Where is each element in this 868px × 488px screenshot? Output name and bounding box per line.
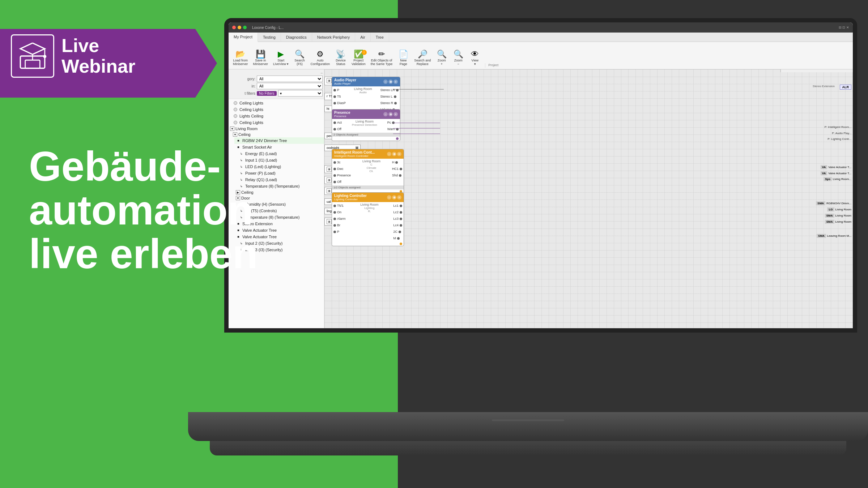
pin-row-2c: 2C <box>393 229 402 235</box>
irc-lock-icon[interactable]: ○ <box>387 152 391 156</box>
new-page-button[interactable]: 📄 NewPage <box>395 49 411 68</box>
presence-left-pins: Act Off <box>332 119 343 133</box>
lighting-expand-icon[interactable]: ≡ <box>397 195 401 200</box>
pin-row-alarm: Alarm <box>333 216 346 222</box>
presence-subtitle: Presence <box>334 115 350 118</box>
canvas-area[interactable]: ⊞ Presence M r T5 B <box>324 69 853 328</box>
sps-badge: Sps <box>824 177 832 181</box>
tab-diagnostics[interactable]: Diagnostics <box>281 33 312 42</box>
pin-row-pc: Pc <box>387 120 399 125</box>
presence-footer <box>332 137 400 141</box>
zoom-in-button[interactable]: 🔍 Zoom+ <box>434 49 450 68</box>
pin-label-3c: 3c <box>337 160 341 164</box>
tree-item-ceiling-lights-3[interactable]: Lights Ceiling <box>229 113 324 119</box>
tab-network-periphery[interactable]: Network Periphery <box>312 33 355 42</box>
block-expand-icon[interactable]: ≡ <box>393 80 398 84</box>
presence-expand-icon[interactable]: ≡ <box>393 112 398 116</box>
zoom-out-button[interactable]: 🔍 Zoom− <box>450 49 466 68</box>
device-status-icon: 📡 <box>336 50 345 58</box>
view-button[interactable]: 👁 View▾ <box>467 49 483 68</box>
pin-dot <box>392 121 395 124</box>
expand-icon[interactable]: ▼ <box>230 127 234 131</box>
sma-label-1: RGBW24V Dimm... <box>826 202 851 205</box>
pin-label-stereo-l: Stereo L <box>380 95 392 98</box>
filter-dropdown[interactable]: ▾ <box>278 90 323 97</box>
irc-assigned: 1/2 Objects assigned <box>332 185 404 189</box>
tree-item-label: Lights Ceiling <box>239 114 263 118</box>
auto-config-button[interactable]: ⚙ AutoConfiguration <box>308 49 332 68</box>
irc-expand-icon[interactable]: ≡ <box>397 152 401 156</box>
active-filter-tag[interactable]: No Filters <box>257 91 277 96</box>
pin-dot <box>400 168 402 170</box>
filter-section: – gory: All in: All <box>229 69 324 99</box>
footer-pin <box>396 137 399 140</box>
tree-item-ceiling[interactable]: ▼ Ceiling <box>231 132 324 137</box>
pin-row-on: On <box>333 209 346 215</box>
pin-dot <box>400 218 402 220</box>
close-dot[interactable] <box>232 26 236 29</box>
device-status-button[interactable]: 📡 DeviceStatus <box>333 49 349 68</box>
edit-objects-same-type-button[interactable]: ✏ Edit Objects ofthe Same Type <box>369 49 395 68</box>
pin-dot <box>399 231 401 233</box>
presence-lock-icon[interactable]: ○ <box>383 112 388 116</box>
presence-block[interactable]: Presence Presence ○ ⊕ ≡ <box>332 109 400 141</box>
tree-item-living-room[interactable]: ▼ Living Room <box>229 126 324 132</box>
presence-settings-icon[interactable]: ⊕ <box>388 112 393 116</box>
lr2-icon: ⊞ <box>327 177 332 183</box>
validation-badge: ! <box>362 50 367 55</box>
lighting-lock-icon[interactable]: ○ <box>387 195 391 200</box>
tab-my-project[interactable]: My Project <box>229 33 258 42</box>
laptop-screen: Loxone Config - L... ⊟ ⊡ ✕ My Project Te… <box>224 18 857 333</box>
pin-row-lc1: Lc1 <box>393 203 402 209</box>
pin-dot <box>333 211 336 214</box>
pin-label-h: H <box>392 160 395 164</box>
block-settings-icon[interactable]: ⊕ <box>388 80 393 84</box>
sma-row-2: LG Living Room <box>827 207 851 211</box>
project-validation-button[interactable]: ✅ ! ProjectValidation <box>349 49 368 68</box>
expand-icon[interactable]: ▼ <box>233 132 237 137</box>
category-select[interactable]: All <box>257 76 323 82</box>
tree-item-ceiling-lights-2[interactable]: Ceiling Lights <box>229 106 324 113</box>
maximize-dot[interactable] <box>243 26 247 29</box>
pin-dot <box>333 95 336 98</box>
laptop-base <box>188 412 868 441</box>
presence-detection: Presence Detection <box>345 123 384 127</box>
lighting-sublabel: Lighting <box>349 206 391 210</box>
svg-point-4 <box>43 55 46 58</box>
tree-item-ceiling-lights-4[interactable]: Ceiling Lights <box>229 119 324 126</box>
tab-tree[interactable]: Tree <box>371 33 389 42</box>
lighting-settings-icon[interactable]: ⊕ <box>392 195 396 200</box>
save-in-miniserver-button[interactable]: 💾 Save inMiniserver <box>251 49 271 68</box>
search-button[interactable]: 🔍 Search(F5) <box>292 49 307 68</box>
presence-right-pins: Pc Warn <box>386 119 400 133</box>
pin-dot <box>397 237 400 240</box>
pin-label-p-light: P <box>337 230 339 234</box>
minimize-dot[interactable] <box>238 26 241 29</box>
ribbon-toolbar: 📂 Load fromMiniserver 💾 Save inMiniserve… <box>229 42 853 69</box>
sps-row: Sps Living Room... <box>824 177 851 181</box>
irc-block[interactable]: Intelligent Room Cont... Intelligent Roo… <box>332 149 404 194</box>
tab-testing[interactable]: Testing <box>258 33 281 42</box>
tree-item-ceiling-lights-1[interactable]: Ceiling Lights <box>229 100 324 106</box>
pin-row-dwc: Dwc <box>333 166 351 172</box>
pin-dot <box>394 95 396 98</box>
audio-subtitle: Audio Player <box>334 82 356 85</box>
tree-item-rgbw[interactable]: ■ RGBW 24V Dimmer Tree <box>234 137 324 144</box>
ctrl-icon: ⊞ <box>327 188 332 193</box>
pin-row-hc1: HC1 <box>392 166 402 172</box>
filter-collapse-btn[interactable]: – <box>320 71 323 75</box>
presence-title-main: Presence <box>334 111 350 115</box>
load-from-miniserver-button[interactable]: 📂 Load fromMiniserver <box>231 49 250 68</box>
search-replace-button[interactable]: 🔎 Search andReplace <box>412 49 433 68</box>
pin-row-stereo-l: Stereo L <box>380 94 399 99</box>
lighting-controller-block[interactable]: Lighting Controller Lighting Controller … <box>332 192 404 246</box>
in-select[interactable]: All <box>257 83 323 89</box>
start-liveview-button[interactable]: ▶ StartLiveView ▾ <box>271 49 291 68</box>
irc-settings-icon[interactable]: ⊕ <box>392 152 396 156</box>
block-lock-icon[interactable]: ○ <box>383 80 388 84</box>
pin-dot <box>333 181 336 183</box>
presence-header: Presence Presence ○ ⊕ ≡ <box>332 110 400 119</box>
audio-type: Audio <box>349 91 377 94</box>
tab-air[interactable]: Air <box>355 33 370 42</box>
lighting-title-group: Lighting Controller Lighting Controller <box>334 194 367 201</box>
